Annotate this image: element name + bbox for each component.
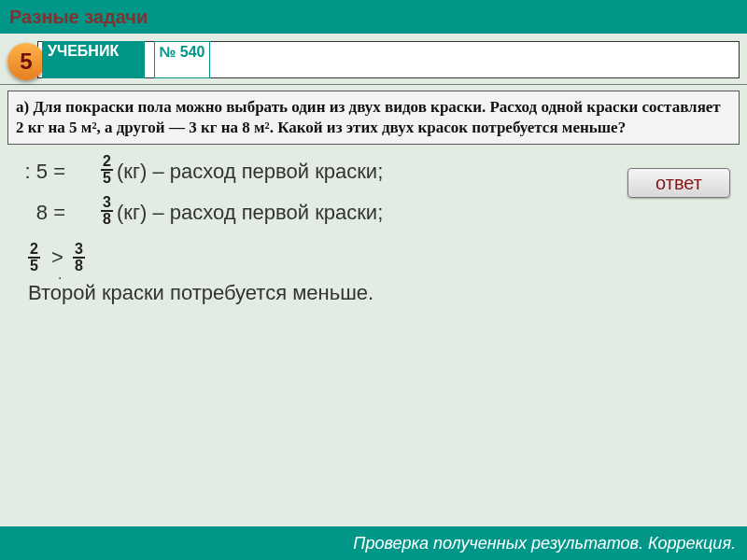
- work-area: : 5 = 2 5 (кг) – расход первой краски; 8…: [0, 145, 747, 281]
- work-line-2: 8 = 3 8 (кг) – расход первой краски;: [0, 193, 747, 234]
- ref-row: 5 УЧЕБНИК № 540: [0, 34, 747, 85]
- answer-button[interactable]: ответ: [627, 168, 730, 198]
- eq2-left: 8 =: [0, 201, 65, 225]
- eq1-desc: (кг) – расход первой краски;: [117, 160, 383, 184]
- eq1-left: : 5 =: [0, 160, 65, 184]
- task-number-tab: № 540: [154, 41, 210, 78]
- eq2-desc: (кг) – расход первой краски;: [117, 201, 383, 225]
- footer-bar: Проверка полученных результатов. Коррекц…: [0, 526, 747, 560]
- textbook-tab: УЧЕБНИК: [42, 41, 145, 78]
- eq2-numerator: 3: [101, 195, 113, 212]
- footer-text: Проверка полученных результатов. Коррекц…: [353, 534, 736, 553]
- eq1-denominator: 5: [101, 171, 113, 186]
- answer-button-label: ответ: [655, 173, 702, 193]
- comparison-row: 2 5 > 3 8 .: [0, 240, 747, 281]
- cmp-a-num: 2: [28, 242, 40, 259]
- grade-badge: 5: [7, 43, 45, 80]
- eq1-numerator: 2: [101, 154, 113, 171]
- task-number: № 540: [160, 44, 205, 60]
- problem-text: а) Для покраски пола можно выбрать один …: [16, 98, 721, 136]
- textbook-label: УЧЕБНИК: [48, 43, 119, 59]
- problem-box: а) Для покраски пола можно выбрать один …: [7, 91, 740, 145]
- cmp-a-den: 5: [28, 259, 40, 273]
- eq2-fraction: 3 8: [101, 195, 113, 227]
- cmp-frac-b: 3 8: [73, 242, 85, 273]
- slide: Разные задачи 5 УЧЕБНИК № 540 а) Для пок…: [0, 0, 747, 560]
- conclusion-text: Второй краски потребуется меньше.: [28, 281, 420, 305]
- cmp-b-num: 3: [73, 242, 85, 259]
- cmp-b-den: 8: [73, 259, 85, 273]
- eq1-fraction: 2 5: [101, 154, 113, 186]
- header-bar: Разные задачи: [0, 0, 747, 34]
- slide-title: Разные задачи: [9, 7, 148, 27]
- eq2-denominator: 8: [101, 212, 113, 227]
- grade-number: 5: [20, 49, 32, 75]
- cmp-frac-a: 2 5: [28, 242, 40, 273]
